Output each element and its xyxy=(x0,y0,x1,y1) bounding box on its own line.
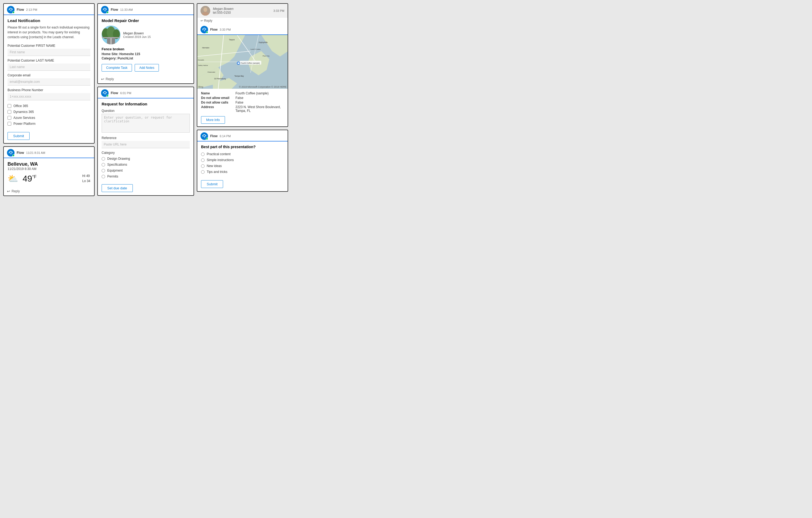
powerplatform-checkbox[interactable] xyxy=(7,122,11,126)
office365-label: Office 365 xyxy=(13,104,28,108)
equipment-radio[interactable] xyxy=(102,169,105,172)
tips-tricks-radio[interactable] xyxy=(201,170,205,174)
radio-design-drawing[interactable]: Design Drawing xyxy=(102,157,190,161)
add-notes-button[interactable]: Add Notes xyxy=(135,64,159,72)
checkbox-azure[interactable]: Azure Services xyxy=(7,116,90,120)
repair-sender: Flow xyxy=(111,8,118,11)
poll-option-new-ideas[interactable]: New ideas xyxy=(201,164,284,168)
svg-point-8 xyxy=(203,7,207,12)
repair-issue: Fence broken xyxy=(102,47,190,51)
map-calls-row: Do not allow calls False xyxy=(201,101,284,104)
azure-checkbox[interactable] xyxy=(7,116,11,120)
left-column: Flow 2:13 PM Lead Notification Please fi… xyxy=(3,3,95,515)
question-textarea[interactable] xyxy=(102,114,190,133)
flow-icon-map xyxy=(201,26,208,33)
first-name-label: Potential Customer FIRST NAME xyxy=(7,44,90,48)
map-calls-key: Do not allow calls xyxy=(201,101,233,104)
practical-content-radio[interactable] xyxy=(201,153,205,156)
here-watermark: © 2019 Microsoft Corporation © 2019 HERE xyxy=(239,85,287,88)
map-name-key: Name xyxy=(201,91,233,95)
repair-reply[interactable]: ↩ Reply xyxy=(98,75,194,83)
weather-card-body: Bellevue, WA 11/21/2019 8:30 AM ⛅ 49°F H… xyxy=(4,158,94,187)
checkbox-dynamics365[interactable]: Dynamics 365 xyxy=(7,110,90,114)
reference-label: Reference xyxy=(102,136,190,140)
powerplatform-label: Power Platform xyxy=(13,122,35,126)
radio-equipment[interactable]: Equipment xyxy=(102,169,190,172)
email-input[interactable] xyxy=(7,78,90,85)
reply-arrow-icon: ↩ xyxy=(7,189,10,193)
flow-icon-repair xyxy=(101,6,109,13)
first-name-input[interactable] xyxy=(7,49,90,56)
simple-instructions-radio[interactable] xyxy=(201,158,205,162)
reference-input[interactable] xyxy=(102,141,190,148)
checkbox-powerplatform[interactable]: Power Platform xyxy=(7,122,90,126)
last-name-input[interactable] xyxy=(7,63,90,71)
equipment-label: Equipment xyxy=(107,169,122,172)
poll-title: Best part of this presentation? xyxy=(201,145,284,149)
svg-point-30 xyxy=(238,62,239,64)
map-email-val: False xyxy=(235,96,243,100)
poll-option-tips[interactable]: Tips and tricks xyxy=(201,170,284,174)
repair-category: Category: PunchList xyxy=(102,56,190,60)
rfi-category-radios: Design Drawing Specifications Equipment … xyxy=(102,157,190,178)
office365-checkbox[interactable] xyxy=(7,104,11,108)
map-contact-card: Megan Bowen tel:555-0150 3:33 PM ↩ Reply… xyxy=(197,3,288,127)
phone-field: Business Phone Number xyxy=(7,88,90,100)
poll-card: Flow 6:14 PM Best part of this presentat… xyxy=(197,130,288,192)
repair-card-body: Model Repair Order xyxy=(98,15,194,75)
phone-label: Business Phone Number xyxy=(7,88,90,92)
dynamics365-checkbox[interactable] xyxy=(7,110,11,114)
weather-header-meta: Flow 11/21 8:31 AM xyxy=(17,151,45,155)
repair-header-meta: Flow 11:33 AM xyxy=(111,8,133,11)
phone-input[interactable] xyxy=(7,93,90,100)
new-ideas-label: New ideas xyxy=(207,164,222,168)
header-meta: Flow 2:13 PM xyxy=(17,8,37,11)
map-sender: Flow xyxy=(210,28,218,31)
set-due-date-button[interactable]: Set due date xyxy=(102,184,133,192)
checkbox-office365[interactable]: Office 365 xyxy=(7,104,90,108)
svg-text:Fourth Coffee (sample): Fourth Coffee (sample) xyxy=(240,62,260,64)
rfi-card: Flow 6:01 PM Request for Information Que… xyxy=(97,87,194,196)
flow-icon-rfi xyxy=(101,89,109,97)
reply-label: Reply xyxy=(11,189,20,193)
email-label: Corporate email xyxy=(7,74,90,77)
lead-submit-button[interactable]: Submit xyxy=(7,132,30,140)
map-email-key: Do not allow email xyxy=(201,96,233,100)
lead-card-header: Flow 2:13 PM xyxy=(4,4,94,15)
mid-column: Flow 11:33 AM Model Repair Order xyxy=(97,3,194,515)
send-time: 2:13 PM xyxy=(26,8,37,11)
more-info-button[interactable]: More Info xyxy=(201,116,225,124)
map-email-row: Do not allow email False xyxy=(201,96,284,100)
map-name-val: Fourth Coffee (sample) xyxy=(235,91,268,95)
svg-text:Tarpon: Tarpon xyxy=(229,39,235,41)
flow-icon-lead xyxy=(7,6,14,13)
poll-option-simple[interactable]: Simple instructions xyxy=(201,158,284,162)
map-address-key: Address xyxy=(201,105,233,113)
contact-name: Megan Bowen xyxy=(213,7,234,11)
repair-title: Model Repair Order xyxy=(102,18,190,23)
weather-date: 11/21/2019 8:30 AM xyxy=(7,167,90,171)
poll-option-practical[interactable]: Practical content xyxy=(201,152,284,156)
design-drawing-radio[interactable] xyxy=(102,157,105,161)
radio-specifications[interactable]: Specifications xyxy=(102,163,190,166)
poll-online-dot xyxy=(206,138,208,140)
svg-text:Plant City: Plant City xyxy=(263,55,269,57)
repair-time: 11:33 AM xyxy=(120,8,133,11)
repair-created: Created 2019 Jun 15 xyxy=(123,35,151,38)
svg-text:Herndon: Herndon xyxy=(202,47,209,49)
repair-reply-label: Reply xyxy=(106,77,114,81)
repair-online-dot xyxy=(107,11,109,13)
weather-time: 11/21 8:31 AM xyxy=(26,151,45,154)
specifications-radio[interactable] xyxy=(102,163,105,166)
poll-submit-button[interactable]: Submit xyxy=(201,180,223,188)
contact-reply[interactable]: ↩ Reply xyxy=(197,18,288,24)
repair-homesite: Home Site: Homesite 115 xyxy=(102,52,190,56)
weather-city: Bellevue, WA xyxy=(7,161,90,167)
permits-radio[interactable] xyxy=(102,175,105,178)
poll-time: 6:14 PM xyxy=(220,134,231,138)
repair-user-name: Megan Bowen xyxy=(123,31,151,35)
radio-permits[interactable]: Permits xyxy=(102,174,190,178)
weather-reply[interactable]: ↩ Reply xyxy=(4,187,94,195)
complete-task-button[interactable]: Complete Task xyxy=(102,64,132,72)
new-ideas-radio[interactable] xyxy=(201,164,205,168)
